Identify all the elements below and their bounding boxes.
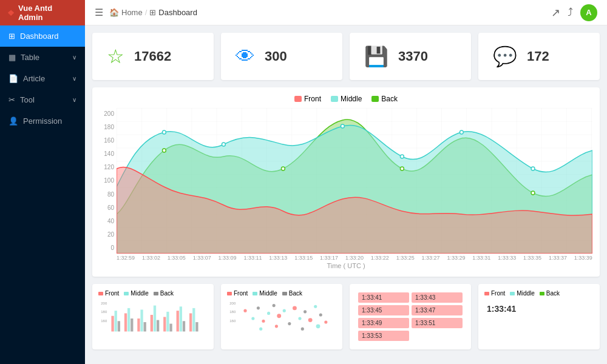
svg-text:180: 180 [101, 310, 107, 314]
svg-rect-4 [111, 316, 114, 332]
mini-dot-l-back [540, 292, 544, 295]
svg-rect-21 [183, 321, 185, 331]
sidebar-item-table[interactable]: ▦ Table ∨ [0, 47, 85, 68]
svg-rect-13 [151, 315, 153, 331]
svg-rect-24 [195, 322, 198, 331]
stat-value-stars: 17662 [134, 49, 171, 64]
stat-value-saves: 3370 [398, 49, 428, 64]
data-point-back [162, 149, 166, 152]
svg-point-38 [298, 317, 301, 320]
chevron-icon-article: ∨ [72, 75, 76, 82]
svg-point-33 [273, 304, 276, 307]
data-point [400, 155, 404, 158]
svg-point-35 [283, 309, 286, 312]
legend-back: Back [371, 95, 398, 103]
mini-dot-l-middle [510, 292, 515, 295]
svg-point-46 [301, 328, 304, 331]
stat-value-comments: 172 [527, 49, 549, 64]
svg-text:160: 160 [229, 319, 236, 323]
mini-legend-l-middle: Middle [510, 290, 534, 297]
time-table-grid: 1:33:41 1:33:43 1:33:45 1:33:47 1:33:49 … [356, 290, 465, 343]
svg-rect-12 [144, 322, 146, 331]
comment-icon: 💬 [493, 45, 517, 68]
user-avatar[interactable]: A [580, 4, 597, 21]
data-point [222, 143, 225, 146]
main-chart-svg [117, 108, 592, 254]
svg-point-44 [259, 328, 262, 331]
svg-point-31 [262, 320, 265, 323]
tool-icon: ✂ [8, 95, 15, 104]
menu-icon[interactable]: ☰ [95, 7, 103, 18]
time-cell: 1:33:43 [412, 292, 463, 303]
svg-point-40 [308, 318, 313, 322]
app-title: Vue Antd Admin [18, 4, 78, 22]
chart-legend: Front Middle Back [100, 95, 592, 103]
bottom-scatter-chart: Front Middle Back 200 180 160 [221, 284, 342, 349]
svg-rect-5 [115, 311, 117, 331]
mini-legend-l-front: Front [484, 290, 505, 297]
svg-rect-7 [124, 313, 127, 331]
mini-legend-l-back: Back [540, 290, 560, 297]
breadcrumb-home: Home [121, 8, 143, 17]
mini-dot-scatter-back [282, 292, 287, 295]
sidebar-label-permission: Permission [23, 116, 62, 126]
export-icon[interactable]: ⤴ [568, 6, 573, 19]
svg-rect-17 [166, 312, 169, 332]
legend-front: Front [294, 95, 321, 103]
logo-icon: ❖ [7, 8, 15, 18]
chevron-icon-tool: ∨ [72, 96, 76, 103]
legend-label-back: Back [381, 95, 398, 103]
svg-text:180: 180 [229, 310, 236, 314]
svg-point-32 [267, 312, 270, 315]
svg-rect-15 [157, 320, 159, 332]
svg-text:200: 200 [229, 302, 236, 305]
data-point-back [531, 191, 535, 195]
svg-rect-23 [192, 308, 195, 332]
header-actions: ↗ ⤴ A [551, 4, 597, 21]
save-icon: 💾 [364, 45, 388, 68]
star-icon: ☆ [107, 45, 124, 68]
svg-point-28 [243, 309, 246, 312]
mini-legend-scatter-back: Back [282, 290, 302, 297]
svg-rect-10 [137, 318, 140, 331]
sidebar-label-article: Article [23, 74, 45, 83]
legend-label-front: Front [304, 95, 321, 103]
sidebar-item-dashboard[interactable]: ⊞ Dashboard [0, 25, 85, 47]
svg-rect-19 [177, 311, 179, 331]
mini-legend-middle: Middle [124, 290, 148, 297]
sidebar-label-dashboard: Dashboard [20, 32, 59, 41]
permission-icon: 👤 [8, 116, 18, 126]
legend-dot-front [294, 96, 302, 102]
mini-dot-front [98, 292, 103, 295]
x-axis-labels: 1:32:59 1:33:02 1:33:05 1:33:07 1:33:09 … [100, 255, 592, 261]
time-cell: 1:33:45 [358, 305, 409, 315]
mini-dot-scatter-middle [253, 292, 257, 295]
legend-label-middle: Middle [341, 95, 362, 103]
table-icon: ▦ [8, 53, 16, 62]
share-icon[interactable]: ↗ [551, 6, 560, 19]
sidebar-item-permission[interactable]: 👤 Permission [0, 110, 85, 132]
legend-dot-middle [331, 96, 338, 102]
sidebar-item-article[interactable]: 📄 Article ∨ [0, 68, 85, 89]
svg-rect-22 [189, 313, 192, 331]
svg-rect-16 [163, 317, 166, 331]
article-icon: 📄 [8, 74, 18, 83]
svg-point-37 [293, 306, 297, 310]
sidebar-label-table: Table [21, 53, 39, 62]
main-content: ☰ 🏠 Home / ⊞ Dashboard ↗ ⤴ A ☆ 17662 👁 3… [85, 0, 607, 364]
sidebar: ❖ Vue Antd Admin ⊞ Dashboard ▦ Table ∨ 📄… [0, 0, 85, 364]
mini-legend-front: Front [98, 290, 119, 297]
mini-legend-scatter-middle: Middle [253, 290, 277, 297]
app-logo[interactable]: ❖ Vue Antd Admin [0, 0, 85, 25]
bottom-bar-chart: Front Middle Back 200 180 160 [92, 284, 214, 349]
svg-point-45 [275, 325, 278, 328]
bar-chart-svg: 200 180 160 [98, 300, 208, 337]
dashboard-icon: ⊞ [8, 32, 15, 41]
svg-point-39 [304, 310, 307, 313]
bottom-legend-items: Front Middle Back [484, 290, 594, 297]
x-axis-title: Time ( UTC ) [100, 262, 592, 269]
svg-text:200: 200 [101, 302, 107, 305]
sidebar-item-tool[interactable]: ✂ Tool ∨ [0, 89, 85, 110]
mini-legend-scatter-front: Front [227, 290, 248, 297]
time-cell: 1:33:41 [358, 292, 409, 303]
